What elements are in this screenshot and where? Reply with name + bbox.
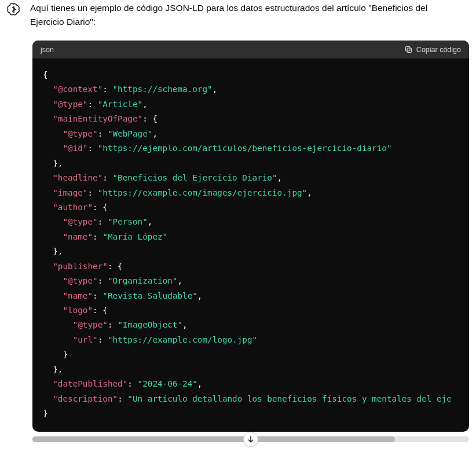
- assistant-avatar: [7, 2, 21, 16]
- svg-rect-1: [405, 47, 410, 52]
- assistant-message-text: Aquí tienes un ejemplo de código JSON-LD…: [30, 1, 459, 29]
- code-body: { "@context": "https://schema.org", "@ty…: [32, 58, 469, 432]
- copy-code-button[interactable]: Copiar código: [404, 45, 461, 54]
- code-block: json Copiar código { "@context": "https:…: [32, 41, 469, 432]
- copy-code-label: Copiar código: [416, 46, 461, 54]
- code-body-scroll[interactable]: { "@context": "https://schema.org", "@ty…: [32, 58, 469, 432]
- assistant-logo-icon: [7, 2, 21, 16]
- code-block-header: json Copiar código: [32, 41, 469, 58]
- arrow-down-icon: [246, 435, 255, 444]
- scroll-to-bottom-button[interactable]: [243, 432, 258, 447]
- code-language-label: json: [41, 46, 54, 54]
- svg-rect-0: [407, 48, 412, 53]
- copy-icon: [404, 45, 413, 54]
- horizontal-scroll-thumb[interactable]: [32, 436, 395, 442]
